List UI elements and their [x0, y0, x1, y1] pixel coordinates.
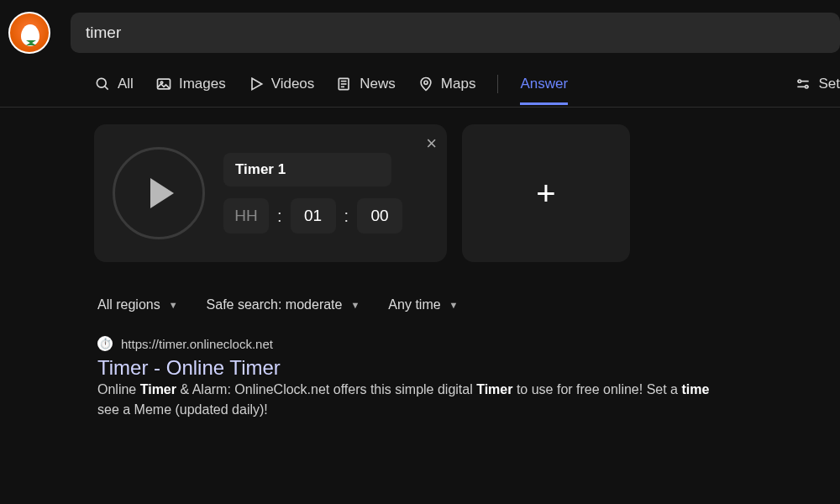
snippet-bold: time [681, 382, 709, 396]
snippet-text: & Alarm: OnlineClock.net offers this sim… [176, 382, 476, 396]
tab-label: Maps [441, 76, 476, 92]
tab-label: Images [179, 76, 226, 92]
filter-safesearch[interactable]: Safe search: moderate ▼ [207, 297, 360, 312]
tab-maps[interactable]: Maps [417, 76, 476, 104]
timer-cards-row: × HH : 01 : 00 + [94, 124, 840, 262]
news-icon [336, 76, 353, 92]
time-seconds-input[interactable]: 00 [357, 198, 402, 234]
svg-line-1 [105, 86, 108, 89]
result-snippet: Online Timer & Alarm: OnlineClock.net of… [97, 380, 825, 420]
time-separator: : [344, 207, 349, 226]
chevron-down-icon: ▼ [449, 300, 459, 310]
tab-divider [497, 75, 498, 93]
tab-label: News [360, 76, 396, 92]
image-icon [155, 76, 172, 92]
tab-label: Answer [520, 76, 568, 92]
search-result: ⏱️ https://timer.onlineclock.net Timer -… [94, 312, 825, 420]
time-minutes-input[interactable]: 01 [291, 198, 336, 234]
snippet-text: see a Meme (updated daily)! [97, 402, 268, 417]
tab-all[interactable]: All [94, 76, 134, 104]
filter-label: Safe search: moderate [207, 297, 343, 312]
tab-label: All [118, 76, 134, 92]
timer-card: × HH : 01 : 00 [94, 124, 447, 262]
ddg-logo[interactable] [8, 12, 50, 54]
filter-label: All regions [97, 297, 160, 312]
time-separator: : [277, 207, 282, 226]
plus-icon: + [536, 176, 555, 210]
settings-icon [795, 76, 811, 92]
snippet-bold: Timer [140, 382, 176, 396]
search-box[interactable] [71, 13, 840, 53]
tab-settings[interactable]: Set [795, 76, 840, 104]
svg-marker-4 [252, 78, 262, 89]
search-icon [94, 76, 111, 92]
tab-videos[interactable]: Videos [248, 76, 315, 104]
filter-region[interactable]: All regions ▼ [97, 297, 178, 312]
content-area: × HH : 01 : 00 + All regions ▼ [0, 108, 840, 420]
svg-point-10 [799, 80, 801, 82]
add-timer-button[interactable]: + [462, 124, 630, 262]
tabs-row: All Images Videos News Maps Answer Set [0, 54, 840, 108]
play-button[interactable] [113, 147, 205, 239]
time-inputs: HH : 01 : 00 [223, 198, 402, 234]
result-url-row[interactable]: ⏱️ https://timer.onlineclock.net [97, 336, 825, 351]
chevron-down-icon: ▼ [169, 300, 178, 310]
tab-label: Set [818, 76, 840, 92]
tab-news[interactable]: News [336, 76, 396, 104]
search-input[interactable] [86, 24, 825, 42]
snippet-bold: Timer [476, 382, 512, 396]
svg-point-9 [424, 81, 428, 84]
result-url: https://timer.onlineclock.net [121, 337, 273, 351]
tab-answer[interactable]: Answer [520, 76, 568, 104]
svg-point-13 [806, 85, 808, 87]
filter-label: Any time [388, 297, 440, 312]
header-row [0, 0, 840, 54]
time-hours-input[interactable]: HH [223, 198, 269, 234]
timer-controls: HH : 01 : 00 [223, 153, 402, 234]
timer-name-input[interactable] [223, 153, 391, 186]
filters-row: All regions ▼ Safe search: moderate ▼ An… [94, 262, 840, 312]
tab-label: Videos [271, 76, 315, 92]
snippet-text: to use for free online! Set a [512, 382, 681, 396]
tab-images[interactable]: Images [155, 76, 226, 104]
video-icon [248, 76, 265, 92]
chevron-down-icon: ▼ [350, 300, 360, 310]
play-icon [150, 178, 174, 208]
close-icon[interactable]: × [426, 133, 437, 155]
result-title-link[interactable]: Timer - Online Timer [97, 356, 281, 379]
map-pin-icon [417, 76, 434, 92]
snippet-text: Online [97, 382, 140, 396]
filter-timeframe[interactable]: Any time ▼ [388, 297, 458, 312]
svg-point-0 [97, 78, 106, 87]
result-favicon: ⏱️ [97, 336, 113, 351]
